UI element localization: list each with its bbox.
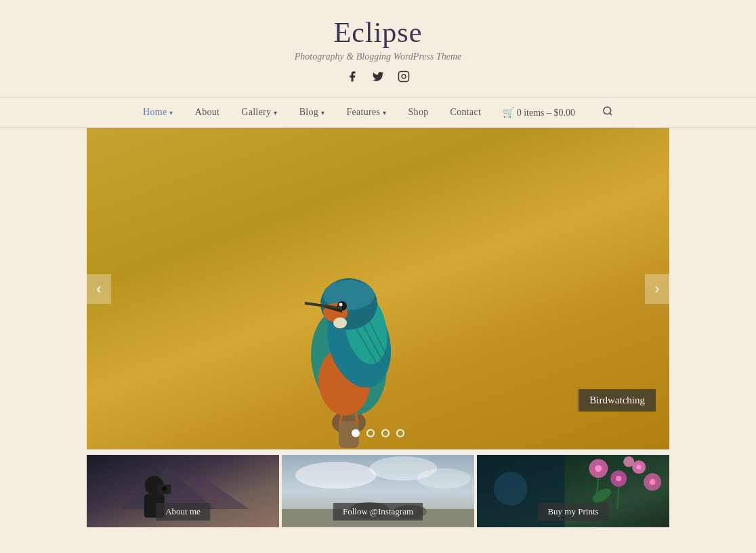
hero-slider: ‹ › Birdwatching xyxy=(87,128,669,449)
slider-dots xyxy=(352,429,404,437)
bottom-grid: About me Follow @Instagram xyxy=(87,455,669,527)
kingfisher-bird xyxy=(224,131,481,449)
nav-cart[interactable]: 🛒 0 items – $0.00 xyxy=(503,107,575,118)
home-chevron-icon: ▾ xyxy=(169,109,173,116)
search-icon[interactable] xyxy=(602,106,613,119)
nav-features[interactable]: Features ▾ xyxy=(346,107,386,118)
svg-point-29 xyxy=(162,486,167,491)
svg-point-45 xyxy=(637,465,642,470)
about-me-label: About me xyxy=(156,503,210,521)
grid-item-prints[interactable]: Buy my Prints xyxy=(477,455,669,527)
site-tagline: Photography & Blogging WordPress Theme xyxy=(0,51,756,62)
svg-point-13 xyxy=(333,317,347,328)
nav-shop[interactable]: Shop xyxy=(408,107,429,118)
facebook-icon[interactable] xyxy=(346,70,358,86)
site-title: Eclipse xyxy=(0,16,756,49)
instagram-label: Follow @Instagram xyxy=(333,503,423,521)
slide-label: Birdwatching xyxy=(579,389,656,412)
twitter-icon[interactable] xyxy=(372,70,384,86)
grid-item-about[interactable]: About me xyxy=(87,455,279,527)
blog-chevron-icon: ▾ xyxy=(321,109,324,116)
prints-label: Buy my Prints xyxy=(538,503,608,521)
slider-dot-4[interactable] xyxy=(396,429,404,437)
site-header: Eclipse Photography & Blogging WordPress… xyxy=(0,0,756,86)
grid-item-instagram[interactable]: Follow @Instagram xyxy=(282,455,474,527)
svg-point-31 xyxy=(295,462,377,489)
svg-point-42 xyxy=(623,456,634,467)
nav-gallery[interactable]: Gallery ▾ xyxy=(241,107,277,118)
nav-contact[interactable]: Contact xyxy=(450,107,482,118)
svg-line-3 xyxy=(610,113,612,115)
slider-dot-3[interactable] xyxy=(381,429,390,437)
instagram-icon[interactable] xyxy=(398,70,410,86)
svg-point-15 xyxy=(339,303,343,307)
svg-point-2 xyxy=(604,107,611,114)
slider-prev-button[interactable]: ‹ xyxy=(87,274,111,304)
social-icons xyxy=(0,70,756,86)
nav-blog[interactable]: Blog ▾ xyxy=(299,107,325,118)
svg-point-33 xyxy=(417,468,471,489)
svg-rect-0 xyxy=(399,72,409,82)
svg-point-46 xyxy=(650,479,656,485)
svg-point-43 xyxy=(595,465,602,472)
slider-dot-1[interactable] xyxy=(352,429,360,437)
features-chevron-icon: ▾ xyxy=(383,109,386,116)
svg-point-51 xyxy=(494,472,528,506)
nav-home[interactable]: Home ▾ xyxy=(143,107,173,118)
slider-next-button[interactable]: › xyxy=(645,274,669,304)
svg-point-44 xyxy=(616,476,621,481)
hero-section: ‹ › Birdwatching xyxy=(87,128,669,449)
gallery-chevron-icon: ▾ xyxy=(274,109,277,116)
slider-dot-2[interactable] xyxy=(366,429,375,437)
nav-about[interactable]: About xyxy=(195,107,220,118)
main-nav: Home ▾ About Gallery ▾ Blog ▾ Features ▾… xyxy=(0,97,756,128)
